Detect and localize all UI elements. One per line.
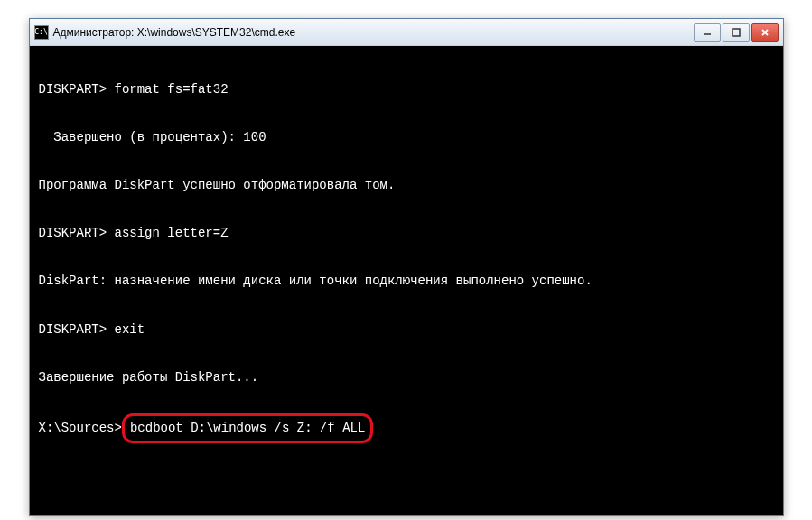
app-icon: C:\	[34, 25, 49, 40]
app-icon-text: C:\	[34, 28, 47, 36]
line-progress: Завершено (в процентах): 100	[39, 125, 774, 150]
maximize-icon	[732, 28, 741, 37]
line-exit-msg: Завершение работы DiskPart...	[39, 366, 774, 390]
titlebar[interactable]: C:\ Администратор: X:\windows\SYSTEM32\c…	[30, 19, 783, 46]
minimize-icon	[703, 28, 712, 37]
cmd-window: C:\ Администратор: X:\windows\SYSTEM32\c…	[29, 18, 784, 516]
line-format-success: Программа DiskPart успешно отформатирова…	[39, 173, 774, 198]
maximize-button[interactable]	[723, 23, 750, 42]
bcdboot-command: bcdboot D:\windows /s Z: /f ALL	[130, 421, 365, 435]
window-title: Администратор: X:\windows\SYSTEM32\cmd.e…	[53, 26, 692, 39]
line-bcdboot: X:\Sources>bcdboot D:\windows /s Z: /f A…	[39, 413, 774, 443]
minimize-button[interactable]	[694, 23, 721, 42]
diskpart-prompt: DISKPART>	[39, 82, 115, 97]
highlighted-command: bcdboot D:\windows /s Z: /f ALL	[122, 413, 373, 443]
window-controls	[692, 23, 779, 42]
line-exit: DISKPART> exit	[39, 318, 774, 342]
assign-command: assign letter=Z	[115, 226, 229, 240]
terminal-output[interactable]: DISKPART> format fs=fat32 Завершено (в п…	[30, 46, 783, 515]
diskpart-prompt: DISKPART>	[39, 322, 115, 337]
svg-rect-1	[733, 29, 740, 36]
close-button[interactable]	[751, 23, 779, 42]
exit-command: exit	[115, 322, 145, 337]
line-format: DISKPART> format fs=fat32	[39, 78, 774, 102]
line-assign-success: DiskPart: назначение имени диска или точ…	[39, 269, 774, 293]
line-assign: DISKPART> assign letter=Z	[39, 221, 774, 246]
diskpart-prompt: DISKPART>	[39, 226, 115, 240]
sources-prompt: X:\Sources>	[39, 416, 122, 441]
close-icon	[761, 28, 770, 37]
format-command: format fs=fat32	[115, 82, 229, 97]
